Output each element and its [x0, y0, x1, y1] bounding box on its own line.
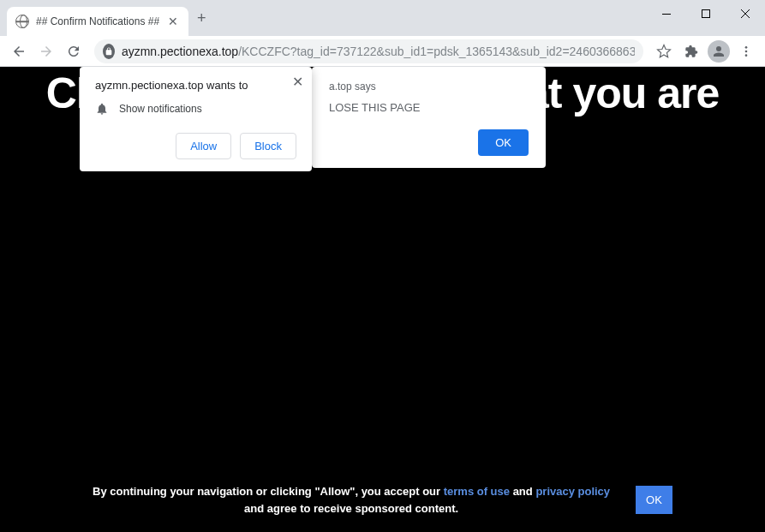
svg-rect-0	[662, 14, 671, 15]
svg-point-3	[745, 50, 748, 52]
svg-rect-1	[702, 10, 710, 18]
globe-icon	[15, 15, 29, 28]
consent-ok-button[interactable]: OK	[636, 486, 672, 514]
tab-title: ## Confirm Notifications ##	[36, 15, 159, 27]
address-bar[interactable]: ayzmn.pectionexa.top/KCCZFC?tag_id=73712…	[94, 39, 643, 63]
titlebar: ## Confirm Notifications ## ✕ +	[0, 0, 765, 36]
browser-toolbar: ayzmn.pectionexa.top/KCCZFC?tag_id=73712…	[0, 36, 765, 67]
alert-title: a.top says	[329, 81, 529, 93]
alert-ok-button[interactable]: OK	[478, 129, 529, 156]
prompt-title: ayzmn.pectionexa.top wants to	[95, 79, 296, 92]
consent-text: By continuing your navigation or clickin…	[93, 483, 610, 517]
block-button[interactable]: Block	[240, 133, 296, 159]
close-window-button[interactable]	[726, 0, 765, 27]
bookmark-star-icon[interactable]	[652, 39, 676, 63]
profile-avatar[interactable]	[707, 39, 731, 63]
new-tab-button[interactable]: +	[188, 6, 215, 31]
reload-button[interactable]	[62, 39, 86, 63]
maximize-button[interactable]	[686, 0, 726, 27]
privacy-link[interactable]: privacy policy	[535, 485, 610, 498]
extensions-icon[interactable]	[679, 39, 703, 63]
menu-icon[interactable]	[734, 39, 758, 63]
forward-button[interactable]	[34, 39, 58, 63]
bell-icon	[95, 102, 109, 116]
terms-link[interactable]: terms of use	[444, 485, 510, 498]
page-content: Click Allow to confirm that you are a.to…	[0, 67, 765, 532]
close-icon[interactable]: ✕	[292, 74, 303, 90]
back-button[interactable]	[7, 39, 31, 63]
minimize-button[interactable]	[647, 0, 686, 27]
svg-point-2	[745, 46, 748, 49]
site-info-icon[interactable]	[103, 44, 115, 59]
browser-tab[interactable]: ## Confirm Notifications ## ✕	[7, 7, 188, 36]
consent-footer: By continuing your navigation or clickin…	[0, 483, 765, 517]
svg-point-4	[745, 54, 748, 57]
alert-message: LOSE THIS PAGE	[329, 101, 529, 114]
window-controls	[647, 0, 765, 27]
allow-button[interactable]: Allow	[176, 133, 231, 159]
notification-permission-prompt: ✕ ayzmn.pectionexa.top wants to Show not…	[80, 67, 312, 171]
javascript-alert: a.top says LOSE THIS PAGE OK	[312, 67, 546, 168]
url-text: ayzmn.pectionexa.top/KCCZFC?tag_id=73712…	[122, 45, 635, 58]
prompt-body: Show notifications	[119, 103, 202, 115]
close-tab-icon[interactable]: ✕	[166, 13, 180, 30]
